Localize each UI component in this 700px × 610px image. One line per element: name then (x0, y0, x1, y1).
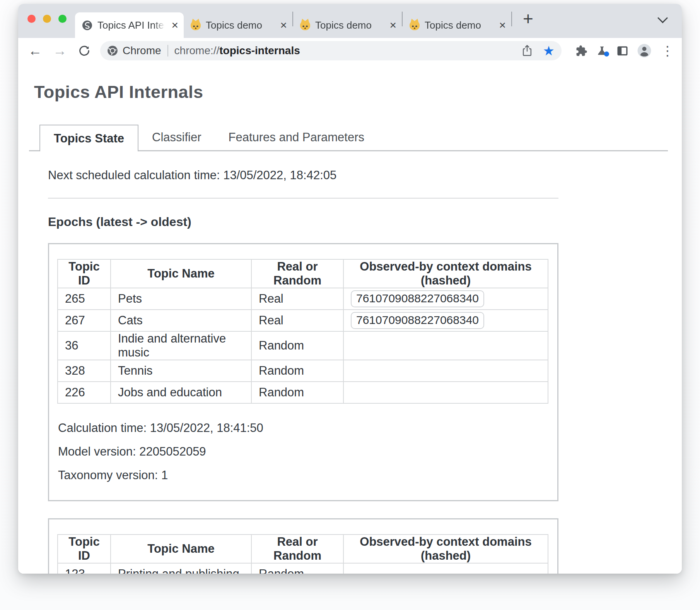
epochs-heading: Epochs (latest -> oldest) (48, 215, 668, 229)
table-row: 328TennisRandom (58, 360, 548, 382)
epoch-box-1: Topic IDTopic NameReal or RandomObserved… (48, 518, 558, 574)
globe-icon (82, 20, 92, 31)
forward-arrow-icon[interactable]: → (53, 44, 67, 58)
tab-separator (511, 12, 512, 26)
table-cell: Random (251, 360, 343, 382)
address-bar[interactable]: Chrome chrome://topics-internals ★ (100, 41, 562, 60)
window-zoom-button[interactable] (58, 15, 67, 23)
window-close-button[interactable] (27, 15, 36, 23)
url-host: topics-internals (219, 45, 300, 57)
reload-icon[interactable] (78, 44, 91, 57)
tab-title: Topics demo (315, 19, 384, 31)
tab-classifier[interactable]: Classifier (138, 125, 215, 150)
observed-by-cell (343, 360, 548, 382)
column-header: Topic ID (58, 259, 111, 288)
tab-title: Topics API Intern (97, 19, 166, 31)
column-header: Observed-by context domains (hashed) (343, 259, 548, 288)
back-arrow-icon[interactable]: ← (28, 44, 42, 58)
topics-tabrow: Topics State Classifier Features and Par… (29, 125, 668, 151)
new-tab-button[interactable]: + (523, 10, 533, 27)
column-header: Topic Name (111, 535, 251, 563)
share-icon[interactable] (521, 45, 533, 57)
table-row: 265PetsReal7610709088227068340 (58, 288, 548, 310)
tab-close-icon[interactable]: × (389, 19, 396, 31)
table-cell: Random (251, 563, 343, 574)
page-title: Topics API Internals (34, 82, 682, 102)
table-cell: 328 (58, 360, 111, 382)
column-header: Real or Random (251, 259, 343, 288)
tab-search-chevron-down-icon[interactable] (657, 13, 668, 23)
table-cell: Real (251, 310, 343, 331)
url-scheme: chrome:// (174, 45, 220, 57)
experiments-flask-icon[interactable] (596, 45, 608, 57)
browser-tab-topics-demo-3[interactable]: Topics demo × (403, 12, 511, 38)
observed-by-cell: 7610709088227068340 (343, 288, 548, 310)
browser-window: Topics API Intern × Topics demo × Topics… (18, 4, 682, 574)
table-row: 267CatsReal7610709088227068340 (58, 310, 548, 331)
table-row: 226Jobs and educationRandom (58, 382, 548, 403)
table-cell: Tennis (111, 360, 251, 382)
tab-title: Topics demo (206, 19, 275, 31)
tab-title: Topics demo (425, 19, 494, 31)
observed-by-cell (343, 563, 548, 574)
topics-state-panel: Next scheduled calculation time: 13/05/2… (29, 151, 668, 574)
window-controls (27, 4, 67, 38)
topics-internals-page: Topics API Internals Topics State Classi… (18, 65, 682, 574)
epoch-box-0: Topic IDTopic NameReal or RandomObserved… (48, 243, 558, 501)
hashed-domain-value[interactable]: 7610709088227068340 (351, 290, 484, 307)
window-minimize-button[interactable] (43, 15, 51, 23)
epoch-meta-line: Calculation time: 13/05/2022, 18:41:50 (58, 419, 549, 437)
cat-icon (300, 21, 310, 30)
table-row: 123Printing and publishingRandom (58, 563, 548, 574)
column-header: Observed-by context domains (hashed) (343, 535, 548, 563)
next-calculation-time: Next scheduled calculation time: 13/05/2… (48, 168, 668, 182)
tab-features-and-parameters[interactable]: Features and Parameters (215, 125, 378, 150)
column-header: Topic ID (58, 535, 111, 563)
tab-topics-state[interactable]: Topics State (39, 125, 138, 151)
tab-close-icon[interactable]: × (499, 19, 506, 31)
omnibox-divider (167, 45, 168, 57)
table-cell: Cats (111, 310, 251, 331)
table-header-row: Topic IDTopic NameReal or RandomObserved… (58, 535, 548, 563)
divider (48, 198, 558, 199)
tab-close-icon[interactable]: × (171, 19, 178, 31)
topics-tabbox: Topics State Classifier Features and Par… (29, 125, 668, 574)
table-cell: Printing and publishing (111, 563, 251, 574)
browser-tab-topics-internals[interactable]: Topics API Intern × (75, 12, 184, 38)
observed-by-cell: 7610709088227068340 (343, 310, 548, 331)
epoch-table-1: Topic IDTopic NameReal or RandomObserved… (57, 534, 548, 574)
table-cell: Jobs and education (111, 382, 251, 403)
side-panel-icon[interactable] (616, 45, 628, 57)
browser-tab-topics-demo-1[interactable]: Topics demo × (184, 12, 292, 38)
table-cell: Random (251, 331, 343, 360)
browser-toolbar: ← → Chrome chrome://topics-internals (18, 38, 682, 65)
url-text[interactable]: chrome://topics-internals (174, 45, 521, 57)
cat-icon (191, 21, 201, 30)
table-row: 36Indie and alternative musicRandom (58, 331, 548, 360)
tab-close-icon[interactable]: × (280, 19, 287, 31)
table-cell: 267 (58, 310, 111, 331)
observed-by-cell (343, 382, 548, 403)
hashed-domain-value[interactable]: 7610709088227068340 (351, 312, 484, 329)
epoch-meta-line: Taxonomy version: 1 (58, 466, 549, 484)
screenshot-stage: Topics API Intern × Topics demo × Topics… (0, 0, 700, 610)
epochs-list: Topic IDTopic NameReal or RandomObserved… (48, 243, 668, 574)
profile-avatar-icon[interactable] (637, 43, 652, 58)
menu-dots-icon[interactable]: ⋮ (661, 44, 674, 57)
flask-badge-dot (604, 51, 609, 57)
table-cell: 226 (58, 382, 111, 403)
observed-by-cell (343, 331, 548, 360)
epoch-table-0: Topic IDTopic NameReal or RandomObserved… (57, 259, 548, 404)
column-header: Real or Random (251, 535, 343, 563)
column-header: Topic Name (111, 259, 251, 288)
browser-tab-topics-demo-2[interactable]: Topics demo × (293, 12, 402, 38)
table-cell: Pets (111, 288, 251, 310)
bookmark-star-icon[interactable]: ★ (543, 44, 555, 57)
table-cell: 123 (58, 563, 111, 574)
table-cell: Indie and alternative music (111, 331, 251, 360)
extensions-puzzle-icon[interactable] (575, 45, 587, 57)
browser-tabstrip: Topics API Intern × Topics demo × Topics… (18, 4, 682, 38)
site-label: Chrome (123, 45, 161, 57)
chrome-logo-icon (107, 45, 118, 56)
epoch-meta-line: Model version: 2205052059 (58, 443, 549, 461)
